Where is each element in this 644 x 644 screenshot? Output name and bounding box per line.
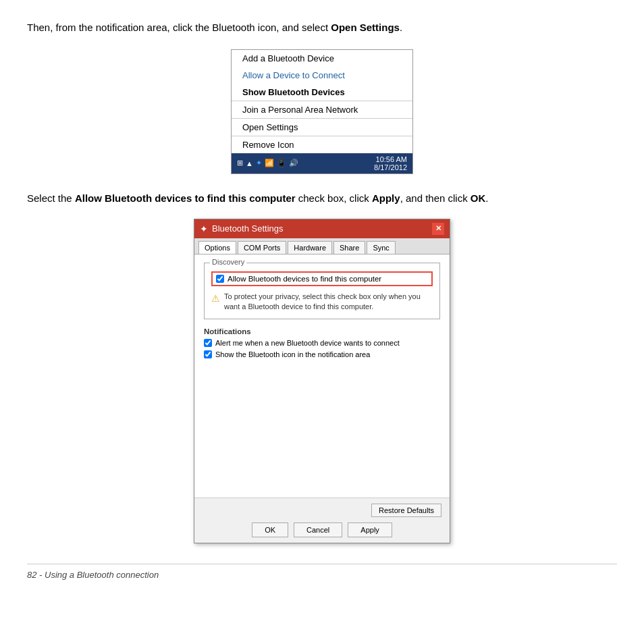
intro-paragraph: Then, from the notification area, click … <box>27 20 608 36</box>
warning-icon: ⚠ <box>211 292 220 313</box>
tab-com-ports[interactable]: COM Ports <box>238 241 286 254</box>
dialog-buttons: OK Cancel Apply <box>203 522 441 537</box>
notifications-title: Notifications <box>204 327 440 336</box>
menu-item-allow[interactable]: Allow a Device to Connect <box>232 67 412 84</box>
allow-bluetooth-checkbox-row: Allow Bluetooth devices to find this com… <box>211 271 433 286</box>
apply-button[interactable]: Apply <box>348 522 392 537</box>
menu-item-show[interactable]: Show Bluetooth Devices <box>232 84 412 101</box>
menu-item-join[interactable]: Join a Personal Area Network <box>232 101 412 118</box>
cancel-button[interactable]: Cancel <box>294 522 342 537</box>
ok-button[interactable]: OK <box>252 522 288 537</box>
privacy-note: ⚠ To protect your privacy, select this c… <box>211 292 433 313</box>
allow-bluetooth-checkbox[interactable] <box>216 275 224 283</box>
dialog-footer: Restore Defaults OK Cancel Apply <box>194 498 450 543</box>
page-footer: 82 - Using a Bluetooth connection <box>27 564 617 580</box>
restore-defaults-row: Restore Defaults <box>203 504 441 517</box>
context-menu-screenshot: Add a Bluetooth Device Allow a Device to… <box>27 49 617 174</box>
tab-hardware[interactable]: Hardware <box>288 241 332 254</box>
dialog-titlebar-left: ✦ Bluetooth Settings <box>200 223 284 234</box>
intro-text-after: . <box>400 22 402 33</box>
notifications-section: Notifications Alert me when a new Blueto… <box>204 327 440 358</box>
taskbar-grid-icon: ⊞ <box>237 159 243 167</box>
restore-defaults-button[interactable]: Restore Defaults <box>371 504 441 517</box>
discovery-group: Discovery Allow Bluetooth devices to fin… <box>204 263 440 320</box>
taskbar-date: 8/17/2012 <box>374 163 407 171</box>
show-icon-label: Show the Bluetooth icon in the notificat… <box>215 350 370 358</box>
bluetooth-settings-dialog: ✦ Bluetooth Settings ✕ Options COM Ports… <box>194 219 450 543</box>
taskbar: ⊞ ▲ ✦ 📶 📱 🔊 10:56 AM 8/17/2012 <box>232 153 412 173</box>
tab-share[interactable]: Share <box>333 241 365 254</box>
tab-options[interactable]: Options <box>198 241 236 254</box>
instruction-paragraph: Select the Allow Bluetooth devices to fi… <box>27 190 608 207</box>
taskbar-icons: ⊞ ▲ ✦ 📶 📱 🔊 <box>237 159 298 167</box>
taskbar-arrow-icon: ▲ <box>246 159 253 167</box>
taskbar-volume-icon: 🔊 <box>289 159 298 167</box>
dialog-wrapper: ✦ Bluetooth Settings ✕ Options COM Ports… <box>27 219 617 543</box>
instruction-bold-ok: OK <box>471 192 486 204</box>
dialog-title: Bluetooth Settings <box>212 223 284 234</box>
instruction-text-before: Select the <box>27 192 75 204</box>
taskbar-signal-icon: 📶 <box>265 159 274 167</box>
instruction-text-middle: check box, click <box>296 192 372 204</box>
dialog-body: Discovery Allow Bluetooth devices to fin… <box>194 254 450 498</box>
privacy-note-text: To protect your privacy, select this che… <box>224 292 433 313</box>
intro-text-before: Then, from the notification area, click … <box>27 22 331 33</box>
dialog-tabs: Options COM Ports Hardware Share Sync <box>194 238 450 254</box>
taskbar-time: 10:56 AM <box>374 155 407 163</box>
menu-item-remove[interactable]: Remove Icon <box>232 136 412 153</box>
taskbar-time-date: 10:56 AM 8/17/2012 <box>374 155 407 171</box>
tab-sync[interactable]: Sync <box>367 241 395 254</box>
instruction-text-middle2: , and then click <box>400 192 471 204</box>
taskbar-phone-icon: 📱 <box>277 159 286 167</box>
menu-item-open-settings[interactable]: Open Settings <box>232 119 412 136</box>
alert-checkbox[interactable] <box>204 339 212 347</box>
context-menu: Add a Bluetooth Device Allow a Device to… <box>231 49 413 174</box>
allow-bluetooth-label: Allow Bluetooth devices to find this com… <box>227 275 381 283</box>
instruction-bold-allow: Allow Bluetooth devices to find this com… <box>75 192 296 204</box>
dialog-close-button[interactable]: ✕ <box>432 223 444 235</box>
instruction-bold-apply: Apply <box>372 192 400 204</box>
discovery-label: Discovery <box>210 258 246 266</box>
intro-bold-text: Open Settings <box>331 22 400 33</box>
taskbar-bluetooth-icon: ✦ <box>256 159 262 167</box>
show-icon-checkbox-row: Show the Bluetooth icon in the notificat… <box>204 350 440 358</box>
footer-text: 82 - Using a Bluetooth connection <box>27 570 159 580</box>
dialog-titlebar: ✦ Bluetooth Settings ✕ <box>194 219 450 238</box>
dialog-bluetooth-icon: ✦ <box>200 223 208 234</box>
instruction-text-end: . <box>485 192 488 204</box>
menu-item-add[interactable]: Add a Bluetooth Device <box>232 50 412 67</box>
alert-checkbox-row: Alert me when a new Bluetooth device wan… <box>204 339 440 347</box>
alert-label: Alert me when a new Bluetooth device wan… <box>215 339 400 347</box>
show-icon-checkbox[interactable] <box>204 350 212 358</box>
